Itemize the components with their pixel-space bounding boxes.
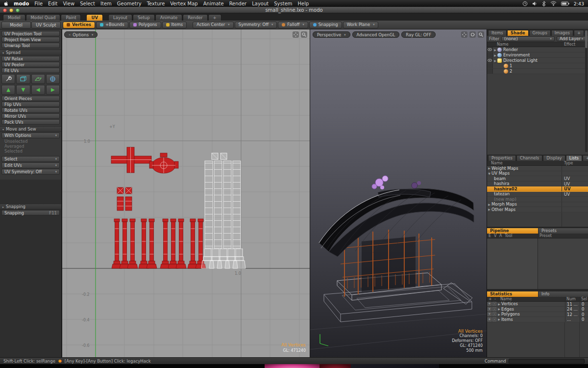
orient-pieces-button[interactable]: Orient Pieces [1,96,60,101]
visibility-eye-icon[interactable] [487,58,493,63]
menubar-clock[interactable]: 2:43 [574,1,584,6]
uv-peeler-button[interactable]: UV Peeler [1,62,60,67]
action-center-dropdown[interactable]: Action Center▾ [193,22,233,28]
tab-display[interactable]: Display [543,155,565,161]
unwrap-tool-button[interactable]: Unwrap Tool [1,43,60,48]
tab-render[interactable]: Render [183,14,207,21]
uv-relax-button[interactable]: UV Relax [1,56,60,61]
menu-item[interactable]: Item [100,1,112,6]
wrench-tool-button[interactable] [1,74,15,84]
statistics-title[interactable]: Statistics [487,291,538,297]
window-titlebar[interactable]: small_shline.lxo - modo [0,7,588,13]
menu-select[interactable]: Select [80,1,95,6]
with-options-dropdown[interactable]: With Options▾ [1,132,60,138]
menu-system[interactable]: System [274,1,292,6]
collapse-minus-icon[interactable]: - [492,302,496,306]
falloff-dropdown[interactable]: Falloff▾ [278,22,308,28]
wifi-icon[interactable] [550,1,557,6]
perspective-dropdown[interactable]: Perspective▾ [313,31,350,38]
list-row-hashira02-selected[interactable]: hashira02 UV [487,186,588,192]
perspective-3d-viewport[interactable]: Perspective▾ Advanced OpenGL Ray GL: OFF… [310,29,487,357]
tab-sidebar-model[interactable]: Model [1,22,31,28]
uv-symmetry-dropdown[interactable]: UV Symmetry: Off▾ [1,169,60,175]
tab-model-quad[interactable]: Model Quad [26,14,61,21]
list-row-other-maps[interactable]: ▶ Other Maps [487,207,588,212]
tab-lists[interactable]: Lists [566,155,582,161]
rotate-uvs-button[interactable]: Rotate UVs [1,107,60,113]
pipeline-preset-list[interactable] [538,238,588,289]
menu-view[interactable]: View [63,1,74,6]
uv-options-dropdown[interactable]: « Options ▾ [64,31,98,38]
plane-uv-tool-button[interactable] [31,74,45,84]
apple-menu-icon[interactable] [4,1,8,6]
arrow-right-tool-button[interactable]: ▶ [46,85,60,95]
tab-model[interactable]: Model [3,14,25,21]
orbit-view-icon[interactable] [469,31,476,38]
menu-texture[interactable]: Texture [147,1,165,6]
arrow-left-tool-button[interactable]: ◀ [31,85,45,95]
battery-icon[interactable] [561,1,569,6]
flip-uvs-button[interactable]: Flip UVs [1,102,60,107]
list-row-uv-maps[interactable]: ▼ UV Maps [487,171,588,177]
pan-view-icon[interactable] [461,31,467,38]
list-row-weight-maps[interactable]: ▶ Weight Maps [487,166,588,171]
tab-shader-tree[interactable]: Shade ... [507,30,529,36]
menu-animate[interactable]: Animate [203,1,224,6]
vertices-mode-button[interactable]: Vertices [63,22,95,28]
stat-row-edges[interactable]: + - ▶ Edges 24 ... 0 [487,307,588,312]
pipeline-tool-list[interactable] [487,238,538,289]
snapping-button[interactable]: Snapping F11 [1,210,60,215]
collapse-minus-icon[interactable]: - [492,317,496,321]
tab-groups[interactable]: Groups [529,30,551,36]
app-menu[interactable]: modo [14,1,29,6]
uv-islands-unselected[interactable] [201,153,245,268]
tab-layout[interactable]: Layout [108,14,132,21]
filter-dropdown[interactable]: (none)▾ [501,36,555,41]
expand-plus-icon[interactable]: + [488,307,491,311]
menu-render[interactable]: Render [229,1,247,6]
command-input[interactable] [509,359,585,364]
select-dropdown[interactable]: Select▾ [1,156,60,162]
raygl-button[interactable]: Ray GL: OFF [401,31,436,38]
list-row-hashira[interactable]: hashira UV [487,182,588,187]
symmetry-dropdown[interactable]: Symmetry: Off▾ [235,22,277,28]
bounds-mode-button[interactable]: +Bounds [96,22,128,28]
tab-uv[interactable]: UV [86,14,102,21]
pan-view-icon[interactable] [293,31,299,38]
arrow-up-tool-button[interactable]: ▲ [1,85,15,95]
spread-section-header[interactable]: ▾ Spread [0,50,61,55]
tab-paint[interactable]: Paint [61,14,81,21]
list-row-new-map[interactable]: (new map) [487,197,588,202]
uv-editor-viewport[interactable]: +Y 1.0 -0.2 -0.4 -0.6 1.0 [62,29,310,357]
volume-icon[interactable] [532,1,538,6]
info-title[interactable]: Info [538,291,588,297]
list-row-beam[interactable]: beam UV [487,176,588,182]
add-layer-dropdown[interactable]: Add Layer▾ [557,36,586,41]
uv-islands-selected[interactable] [111,147,206,268]
polygons-mode-button[interactable]: Polygons [129,22,161,28]
collapse-minus-icon[interactable]: - [492,307,496,311]
arrow-down-tool-button[interactable]: ▼ [16,85,30,95]
expand-plus-icon[interactable]: + [488,312,491,316]
tab-sidebar-uv-sculpt[interactable]: UV Sculpt [31,22,61,28]
zoom-view-icon[interactable] [301,31,307,38]
tab-images[interactable]: Images [551,30,573,36]
tab-channels[interactable]: Channels [516,155,542,161]
sphere-uv-tool-button[interactable] [46,74,60,84]
pack-uvs-button[interactable]: Pack UVs [1,119,60,125]
shader-tree-scrollbar[interactable] [585,29,588,152]
project-from-view-button[interactable]: Project from View [1,37,60,42]
shader-row-directional-light[interactable]: ▶ Directional Light [487,58,588,63]
shader-row-layer-1[interactable]: 1 [487,63,588,69]
bluetooth-icon[interactable] [542,1,546,6]
collapse-minus-icon[interactable]: - [492,312,496,316]
pipeline-title[interactable]: Pipeline [487,228,538,234]
expand-arrow-icon[interactable]: ▶ [493,53,497,57]
zoom-view-icon[interactable] [478,31,484,38]
expand-plus-icon[interactable]: + [488,302,491,306]
visibility-eye-icon[interactable] [487,47,493,52]
expand-arrow-icon[interactable]: ▶ [493,59,497,62]
menu-edit[interactable]: Edit [48,1,57,6]
menu-layout[interactable]: Layout [252,1,269,6]
menu-help[interactable]: Help [298,1,309,6]
